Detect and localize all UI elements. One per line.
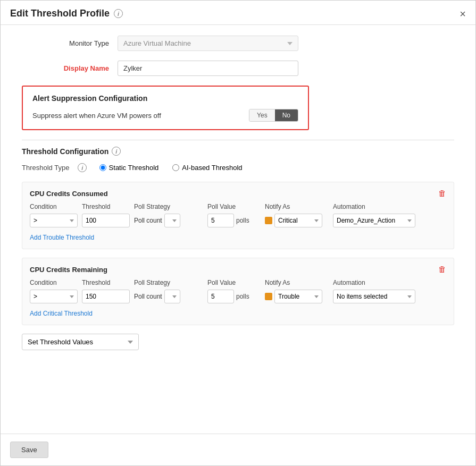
automation-header-2: Automation bbox=[333, 279, 418, 286]
cpu-remaining-poll-strategy-select[interactable] bbox=[164, 290, 180, 303]
cpu-consumed-threshold-input[interactable] bbox=[82, 214, 130, 227]
suppress-label-text: Suppress alert when Azure VM powers off bbox=[32, 112, 161, 120]
close-button[interactable]: × bbox=[460, 9, 466, 19]
cpu-remaining-poll-value-input[interactable] bbox=[207, 290, 234, 303]
cpu-consumed-headers: Condition Threshold Poll Strategy Poll V… bbox=[30, 203, 446, 210]
cpu-consumed-poll-strategy-select[interactable] bbox=[164, 214, 180, 227]
threshold-header: Threshold bbox=[82, 203, 130, 210]
cpu-consumed-notify-dot bbox=[265, 217, 272, 224]
cpu-remaining-automation-cell: No items selected Demo_Azure_Action bbox=[333, 290, 418, 303]
poll-value-header-2: Poll Value bbox=[207, 279, 261, 286]
display-name-control bbox=[118, 61, 298, 76]
static-threshold-radio-label[interactable]: Static Threshold bbox=[99, 164, 159, 172]
ai-threshold-label: AI-based Threshold bbox=[182, 164, 242, 172]
save-button[interactable]: Save bbox=[10, 442, 48, 458]
metric-section-cpu-consumed: 🗑 CPU Credits Consumed Condition Thresho… bbox=[22, 182, 454, 249]
cpu-remaining-title: CPU Credits Remaining bbox=[30, 266, 446, 274]
threshold-type-label: Threshold Type bbox=[22, 164, 69, 172]
threshold-header-2: Threshold bbox=[82, 279, 130, 286]
yes-no-group: Yes No bbox=[249, 109, 298, 122]
cpu-consumed-threshold-cell bbox=[82, 214, 130, 227]
display-name-row: Display Name bbox=[22, 61, 454, 76]
cpu-remaining-notify-dot bbox=[265, 293, 272, 300]
monitor-type-label: Monitor Type bbox=[22, 39, 118, 47]
suppress-row: Suppress alert when Azure VM powers off … bbox=[32, 109, 298, 122]
static-threshold-radio[interactable] bbox=[99, 164, 106, 171]
cpu-remaining-threshold-cell bbox=[82, 290, 130, 303]
cpu-consumed-poll-strategy-text: Poll count bbox=[134, 217, 162, 224]
monitor-type-row: Monitor Type Azure Virtual Machine bbox=[22, 36, 454, 51]
cpu-consumed-condition-cell: > bbox=[30, 214, 78, 227]
display-name-label: Display Name bbox=[22, 64, 118, 72]
poll-value-header: Poll Value bbox=[207, 203, 261, 210]
cpu-remaining-poll-strategy-text: Poll count bbox=[134, 293, 162, 300]
alert-suppression-box: Alert Suppression Configuration Suppress… bbox=[22, 86, 309, 130]
threshold-type-info-icon[interactable]: i bbox=[78, 163, 87, 172]
ai-threshold-radio-label[interactable]: AI-based Threshold bbox=[172, 164, 242, 172]
alert-suppression-title: Alert Suppression Configuration bbox=[32, 94, 298, 103]
display-name-input[interactable] bbox=[118, 61, 298, 76]
edit-threshold-modal: Edit Threshold Profile i × Monitor Type … bbox=[0, 0, 476, 466]
notify-as-header: Notify As bbox=[265, 203, 329, 210]
cpu-consumed-data-row: > Poll count polls bbox=[30, 214, 446, 227]
monitor-type-select[interactable]: Azure Virtual Machine bbox=[118, 36, 298, 51]
notify-as-header-2: Notify As bbox=[265, 279, 329, 286]
set-threshold-select[interactable]: Set Threshold Values Option 1 Option 2 bbox=[22, 334, 139, 350]
cpu-remaining-notify-cell: Trouble Critical bbox=[265, 290, 329, 303]
modal-title-text: Edit Threshold Profile bbox=[10, 8, 110, 19]
threshold-type-row: Threshold Type i Static Threshold AI-bas… bbox=[22, 163, 454, 172]
cpu-consumed-poll-strategy-cell: Poll count bbox=[134, 214, 203, 227]
cpu-remaining-headers: Condition Threshold Poll Strategy Poll V… bbox=[30, 279, 446, 286]
no-button[interactable]: No bbox=[275, 109, 298, 121]
set-threshold-row: Set Threshold Values Option 1 Option 2 bbox=[22, 334, 454, 350]
poll-strategy-header-2: Poll Strategy bbox=[134, 279, 203, 286]
cpu-consumed-polls-label: polls bbox=[236, 217, 249, 224]
metric-section-cpu-remaining: 🗑 CPU Credits Remaining Condition Thresh… bbox=[22, 258, 454, 325]
cpu-remaining-threshold-input[interactable] bbox=[82, 290, 130, 303]
cpu-consumed-poll-value-cell: polls bbox=[207, 214, 261, 227]
poll-strategy-header: Poll Strategy bbox=[134, 203, 203, 210]
cpu-consumed-automation-cell: Demo_Azure_Action No items selected bbox=[333, 214, 418, 227]
static-threshold-label: Static Threshold bbox=[109, 164, 159, 172]
cpu-consumed-notify-select[interactable]: Critical Trouble bbox=[274, 214, 322, 227]
threshold-config-section: Threshold Configuration i bbox=[22, 140, 454, 156]
title-info-icon[interactable]: i bbox=[114, 9, 123, 18]
yes-button[interactable]: Yes bbox=[249, 109, 275, 121]
modal-footer: Save bbox=[1, 434, 475, 465]
cpu-remaining-poll-strategy-cell: Poll count bbox=[134, 290, 203, 303]
add-trouble-threshold-link[interactable]: Add Trouble Threshold bbox=[30, 234, 94, 241]
automation-header: Automation bbox=[333, 203, 418, 210]
cpu-consumed-automation-select[interactable]: Demo_Azure_Action No items selected bbox=[333, 214, 415, 227]
cpu-remaining-condition-select[interactable]: > bbox=[30, 290, 78, 303]
condition-header-2: Condition bbox=[30, 279, 78, 286]
cpu-remaining-polls-label: polls bbox=[236, 293, 249, 300]
cpu-consumed-condition-select[interactable]: > bbox=[30, 214, 78, 227]
modal-body: Monitor Type Azure Virtual Machine Displ… bbox=[1, 25, 475, 434]
cpu-remaining-automation-select[interactable]: No items selected Demo_Azure_Action bbox=[333, 290, 415, 303]
cpu-remaining-notify-select[interactable]: Trouble Critical bbox=[274, 290, 322, 303]
monitor-type-control: Azure Virtual Machine bbox=[118, 36, 298, 51]
cpu-remaining-poll-value-cell: polls bbox=[207, 290, 261, 303]
cpu-consumed-poll-value-input[interactable] bbox=[207, 214, 234, 227]
delete-cpu-remaining-icon[interactable]: 🗑 bbox=[438, 265, 446, 274]
condition-header: Condition bbox=[30, 203, 78, 210]
cpu-consumed-title: CPU Credits Consumed bbox=[30, 190, 446, 198]
cpu-remaining-condition-cell: > bbox=[30, 290, 78, 303]
modal-title-group: Edit Threshold Profile i bbox=[10, 8, 123, 19]
threshold-config-info-icon[interactable]: i bbox=[112, 147, 121, 156]
delete-cpu-consumed-icon[interactable]: 🗑 bbox=[438, 189, 446, 198]
cpu-remaining-data-row: > Poll count polls bbox=[30, 290, 446, 303]
ai-threshold-radio[interactable] bbox=[172, 164, 179, 171]
modal-header: Edit Threshold Profile i × bbox=[1, 1, 475, 25]
cpu-consumed-notify-cell: Critical Trouble bbox=[265, 214, 329, 227]
threshold-config-title: Threshold Configuration bbox=[22, 147, 108, 156]
add-critical-threshold-link[interactable]: Add Critical Threshold bbox=[30, 310, 93, 317]
